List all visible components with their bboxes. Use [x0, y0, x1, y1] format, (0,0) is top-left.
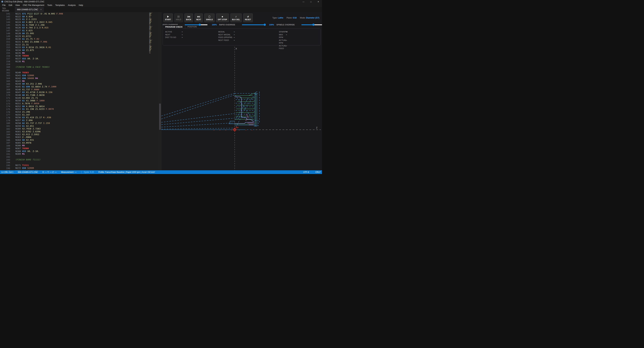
code-line[interactable]: N121 G71 P122 Q127 U-.01 W.005 F.008	[16, 12, 148, 15]
gcode-token: F.006	[39, 40, 47, 43]
scrollbar-thumb[interactable]	[159, 104, 161, 130]
code-line[interactable]: N126 G3 X.744 Z-1.3 R.015	[16, 26, 148, 29]
menu-help[interactable]: Help	[77, 4, 84, 6]
code-line[interactable]	[16, 63, 148, 66]
code-line[interactable]	[16, 69, 148, 71]
code-line[interactable]: (FINISH TURN & FACE T0303)	[16, 66, 148, 69]
code-line[interactable]: N156 G3 X1.419 Z1.17 K-.036	[16, 116, 148, 119]
minimize-button[interactable]: —	[300, 0, 307, 3]
start-button[interactable]: START	[163, 13, 173, 22]
code-line[interactable]	[16, 161, 148, 164]
cursor-position[interactable]: Ln 239, Col 1	[1, 171, 13, 173]
close-button[interactable]: ✕	[314, 0, 322, 3]
code-line[interactable]: N154 Z1.206	[16, 111, 148, 114]
code-line[interactable]: N157 G1 Z.896	[16, 119, 148, 122]
code-line[interactable]: N147 G3 X1.4718 Z.8138 K.156	[16, 91, 148, 94]
menu-view[interactable]: View	[14, 4, 22, 6]
machine-profile[interactable]: Profile: Fanuc/Haas Baseline | Rapid 100…	[98, 171, 155, 173]
code-line[interactable]: N153 G1 X1.198 Z1.6233 F.0070	[16, 108, 148, 111]
spindle-override-slider[interactable]	[302, 24, 322, 25]
code-line[interactable]	[16, 156, 148, 158]
minimap[interactable]	[149, 12, 158, 170]
code-line[interactable]: N140 T0303	[16, 71, 148, 74]
code-line[interactable]: N173 G96 S0350 M4	[16, 170, 148, 171]
code-line[interactable]: N144 G0 X3.251 Z.906	[16, 83, 148, 85]
menu-file[interactable]: File	[1, 4, 7, 6]
menu-analysis[interactable]: Analysis	[66, 4, 77, 6]
code-line[interactable]: N161 X2.8762 Z.6396	[16, 130, 148, 133]
code-line[interactable]: N166 M9	[16, 144, 148, 147]
code-line[interactable]: N165 X3.0978	[16, 142, 148, 144]
slider-thumb[interactable]	[264, 24, 266, 26]
back-button[interactable]: BACK	[184, 13, 193, 22]
menu-tools[interactable]: Tools	[46, 4, 54, 6]
code-line[interactable]: N135 M9	[16, 52, 148, 55]
code-line[interactable]: N164 G0 X2.931	[16, 139, 148, 142]
blk-del-button[interactable]: /BLK DEL	[230, 13, 242, 22]
code-line[interactable]: N142 G96 S0400 M4	[16, 77, 148, 80]
tab-668-104485-g71-cnc[interactable]: 668-104485-G71.CNC×	[15, 7, 44, 12]
code-line[interactable]: N171 T1111	[16, 164, 148, 167]
tab-position[interactable]: POSITION	[185, 25, 199, 28]
code-line[interactable]: N125 G1 X.7589 Z-1.298	[16, 24, 148, 26]
code-line[interactable]: N123 G1 Z-1.2233	[16, 18, 148, 21]
code-line[interactable]: N131 X.955 Z1.6486 F.006	[16, 40, 148, 43]
axis-coordinates[interactable]: X: — Y: — Z: —	[42, 171, 56, 173]
line-ending[interactable]: CRLF	[316, 171, 321, 173]
rapid-override-slider[interactable]	[242, 24, 265, 25]
code-line[interactable]: N151 X.7876 F.0050	[16, 102, 148, 105]
code-line[interactable]: N168 G53 X0. Z-10.	[16, 150, 148, 153]
code-editor[interactable]: 1411421431441451461471481491501511521531…	[0, 12, 161, 170]
single-button[interactable]: SINGLE	[204, 13, 214, 22]
code-line[interactable]: N172 G50 S2000	[16, 167, 148, 170]
code-line[interactable]: N132 Z1.31	[16, 43, 148, 46]
code-line[interactable]: (FINISH BORE T1111)	[16, 158, 148, 161]
code-line[interactable]: N136 T0500	[16, 54, 148, 57]
slider-thumb[interactable]	[312, 24, 314, 26]
code-line[interactable]: N141 G50 S2000	[16, 74, 148, 77]
code-text-area[interactable]: N121 G71 P122 Q127 U-.01 W.005 F.008N122…	[16, 12, 148, 170]
code-line[interactable]: N127 G1 X.625	[16, 29, 148, 32]
code-line[interactable]: N138 M1	[16, 60, 148, 63]
file-name[interactable]: 668-104485-G71.CNC	[18, 171, 38, 173]
code-line[interactable]: N130 G1 Z1.75 F.02	[16, 38, 148, 40]
menu-edit[interactable]: Edit	[7, 4, 14, 6]
code-line[interactable]: N163 Z-.0866	[16, 136, 148, 139]
code-line[interactable]: N124 G3 X.883 Z-1.2622 R.045	[16, 21, 148, 24]
tab-783-651669[interactable]: 783-651669	[0, 7, 15, 12]
opt-stop-button[interactable]: OPT STOP	[216, 13, 229, 22]
maximize-button[interactable]: □	[307, 0, 314, 3]
toolpath-viewport[interactable]: X Z	[161, 45, 322, 170]
measurement[interactable]: Measurement: —	[61, 171, 77, 173]
code-line[interactable]: N155 X1.347	[16, 114, 148, 116]
code-line[interactable]: N152 G0 X.9924 Z1.8014	[16, 105, 148, 108]
code-line[interactable]: N159 G1 X2.651	[16, 125, 148, 128]
code-line[interactable]: N137 G53 X0. Z-10.	[16, 57, 148, 60]
code-line[interactable]: N134 G0 Z1.875	[16, 49, 148, 52]
code-line[interactable]: N146 X1.737 F.0080	[16, 88, 148, 91]
tab-close-icon[interactable]: ×	[40, 8, 42, 11]
code-line[interactable]: N122 G0 X.928	[16, 15, 148, 18]
editor-scrollbar[interactable]	[159, 12, 161, 170]
code-line[interactable]: N169 M1	[16, 153, 148, 156]
reset-button[interactable]: ↺RESET	[243, 13, 253, 22]
code-line[interactable]: N129 X1.0721	[16, 35, 148, 38]
code-line[interactable]: N133 G3 X.9216 Z1.3026 R.01	[16, 46, 148, 49]
code-line[interactable]: N158 G2 X1.737 Z.737 I.159	[16, 122, 148, 125]
menu-cnc-file-management[interactable]: CNC File Management	[22, 4, 46, 6]
code-line[interactable]: N162 X2.913 Z.5952	[16, 133, 148, 136]
tab-program-check[interactable]: PROGRAM CHECK	[163, 25, 185, 28]
menu-templates[interactable]: Templates	[54, 4, 66, 6]
encoding[interactable]: UTF-8	[303, 171, 309, 173]
slider-fill	[302, 24, 313, 25]
code-line[interactable]: N145 G1 G99 X2.8854 Z.74 F.1000	[16, 85, 148, 88]
code-line[interactable]: N148 G0 X1.7186 Z.8638	[16, 94, 148, 97]
gcode-token: R.015	[40, 26, 48, 29]
code-line[interactable]: N167 T0300	[16, 147, 148, 150]
code-line[interactable]: N149 X2.002 Z1.71	[16, 97, 148, 100]
code-line[interactable]: N128 G0 Z1.995	[16, 32, 148, 35]
code-line[interactable]: N150 G1 X1.3088 F.1000	[16, 99, 148, 102]
code-line[interactable]: N160 X2.7028 Z.7263	[16, 127, 148, 130]
code-line[interactable]: N143 M8	[16, 80, 148, 83]
next-button[interactable]: NEXT	[194, 13, 203, 22]
